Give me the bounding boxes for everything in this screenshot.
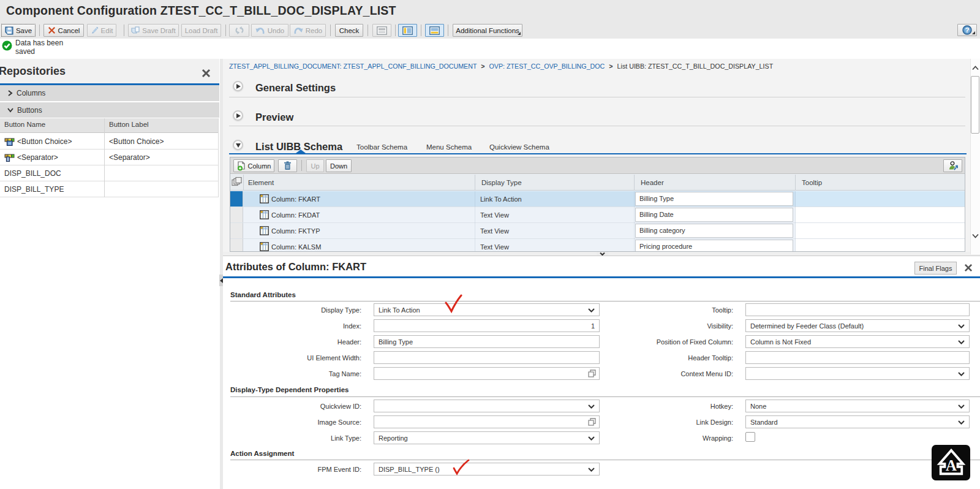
scroll-up-icon[interactable]	[972, 66, 979, 70]
tooltip-cell[interactable]	[796, 239, 965, 252]
undo-icon	[255, 26, 265, 34]
table-row-fkart[interactable]: Column: FKART Link To Action Billing Typ…	[230, 191, 965, 207]
save-button[interactable]: Save	[1, 24, 36, 37]
ui-element-width-input[interactable]	[374, 351, 600, 364]
save-draft-button[interactable]: Save Draft	[128, 24, 179, 37]
toolbar-separator	[395, 25, 396, 36]
row-selector[interactable]	[230, 223, 243, 238]
table-row[interactable]: DISP_BILL_DOC	[0, 165, 219, 181]
row-selector[interactable]	[230, 239, 243, 252]
layout-single-button[interactable]	[372, 24, 391, 37]
column-divider	[104, 118, 105, 197]
close-icon[interactable]	[202, 69, 211, 78]
table-row[interactable]: <Separator> <Separator>	[0, 150, 219, 165]
section-preview: Preview	[255, 112, 293, 123]
table-row-kalsm[interactable]: Column: KALSM Text View Pricing procedur…	[230, 239, 965, 252]
layout-vertical-split-button[interactable]	[398, 24, 417, 37]
header-input[interactable]: Billing Type	[374, 335, 600, 348]
move-down-button[interactable]: Down	[326, 159, 352, 172]
header-cell-input[interactable]: Billing category	[635, 224, 793, 238]
header-tooltip-input[interactable]	[745, 351, 970, 364]
visibility-select[interactable]: Determined by Feeder Class (Default)	[745, 319, 970, 332]
check-button[interactable]: Check	[335, 24, 363, 37]
expand-general-settings-button[interactable]	[233, 81, 243, 91]
accordion-buttons[interactable]: Buttons	[0, 102, 219, 118]
chevron-down-icon	[588, 308, 595, 313]
hotkey-select[interactable]: None	[745, 400, 970, 412]
accordion-columns[interactable]: Columns	[0, 85, 219, 101]
edit-button[interactable]: Edit	[87, 24, 116, 37]
breadcrumb: ZTEST_APPL_BILLING_DOCUMENT: ZTEST_APPL_…	[229, 63, 773, 70]
load-draft-button[interactable]: Load Draft	[181, 24, 221, 37]
final-flags-button[interactable]: Final Flags	[914, 262, 957, 275]
context-menu-id-select[interactable]	[745, 367, 970, 380]
layout-horizontal-split-button[interactable]	[425, 24, 444, 37]
close-icon[interactable]	[964, 263, 973, 272]
header-cell-input[interactable]: Billing Type	[635, 192, 793, 206]
breadcrumb-link-application[interactable]: ZTEST_APPL_BILLING_DOCUMENT: ZTEST_APPL_…	[229, 63, 477, 70]
move-up-button[interactable]: Up	[306, 159, 324, 172]
index-input[interactable]: 1	[374, 319, 600, 332]
help-button[interactable]: ?	[957, 24, 977, 36]
translate-overlay-icon[interactable]: A	[932, 445, 970, 480]
cancel-button[interactable]: Cancel	[43, 24, 84, 37]
position-of-fixed-column-select[interactable]: Column is Not Fixed	[745, 335, 970, 348]
table-row[interactable]: <Button Choice> <Button Choice>	[0, 134, 219, 150]
field-value: Determined by Feeder Class (Default)	[750, 322, 864, 330]
image-source-input[interactable]	[374, 415, 600, 428]
tooltip-cell[interactable]	[796, 191, 965, 207]
scroll-down-icon[interactable]	[972, 233, 979, 238]
toolbar-separator	[421, 25, 421, 36]
add-column-button[interactable]: Column	[233, 159, 274, 172]
delete-button[interactable]	[278, 159, 297, 172]
scroll-more-rows-icon[interactable]	[597, 252, 608, 256]
chevron-down-icon	[588, 436, 595, 441]
tooltip-cell[interactable]	[796, 223, 965, 238]
layout-horizontal-split-icon	[429, 26, 440, 35]
collapse-list-uibb-schema-button[interactable]	[233, 140, 243, 150]
tooltip-input[interactable]	[745, 303, 970, 316]
header-cell-input[interactable]: Billing Date	[635, 208, 793, 222]
table-row[interactable]: DISP_BILL_TYPE	[0, 181, 219, 197]
tab-quickview-schema[interactable]: Quickview Schema	[489, 143, 549, 151]
row-selector[interactable]	[230, 207, 243, 222]
expand-preview-button[interactable]	[233, 110, 243, 121]
column-divider	[634, 223, 635, 239]
field-value: Link To Action	[379, 306, 420, 314]
tab-menu-schema[interactable]: Menu Schema	[426, 143, 472, 151]
field-label: FPM Event ID:	[223, 463, 361, 476]
fpm-event-id-select[interactable]: DISP_BILL_TYPE ()	[374, 463, 600, 476]
tag-name-input[interactable]	[374, 367, 600, 380]
field-label: Tag Name:	[223, 368, 361, 381]
wrapping-checkbox[interactable]	[745, 432, 755, 442]
table-row-fkdat[interactable]: Column: FKDAT Text View Billing Date	[230, 207, 965, 223]
row-selector[interactable]	[230, 191, 243, 207]
header-cell-input[interactable]: Pricing procedure	[635, 240, 793, 252]
link-type-select[interactable]: Reporting	[374, 431, 600, 444]
repositories-panel: Repositories Columns Buttons Button Name	[0, 59, 219, 489]
field-value: Reporting	[379, 434, 408, 442]
table-row-fktyp[interactable]: Column: FKTYP Text View Billing category	[230, 223, 965, 239]
redo-button[interactable]: Redo	[290, 24, 326, 37]
display-type-cell: Link To Action	[480, 195, 522, 203]
schema-table: Column Up	[230, 157, 965, 252]
refresh-button[interactable]	[229, 24, 249, 37]
undo-button[interactable]: Undo	[251, 24, 288, 37]
configuration-editor-area: ZTEST_APPL_BILLING_DOCUMENT: ZTEST_APPL_…	[223, 59, 970, 254]
scrollbar-thumb[interactable]	[971, 76, 979, 134]
additional-functions-button[interactable]: Additional Functions	[453, 24, 522, 37]
link-design-select[interactable]: Standard	[745, 415, 970, 428]
field-label: Link Type:	[223, 432, 361, 445]
table-header: Button Name Button Label	[0, 118, 219, 133]
display-type-select[interactable]: Link To Action	[374, 303, 600, 316]
tooltip-cell[interactable]	[796, 207, 965, 222]
redo-icon	[293, 26, 303, 34]
column-divider	[795, 191, 796, 207]
column-header-element: Element	[248, 179, 274, 186]
select-all-icon[interactable]	[232, 177, 243, 188]
personalization-button[interactable]	[943, 159, 962, 172]
menu-corner-icon	[972, 31, 975, 34]
quickview-id-select[interactable]	[374, 400, 600, 412]
breadcrumb-link-ovp[interactable]: OVP: ZTEST_CC_OVP_BILLING_DOC	[489, 63, 605, 70]
tab-toolbar-schema[interactable]: Toolbar Schema	[356, 143, 407, 151]
